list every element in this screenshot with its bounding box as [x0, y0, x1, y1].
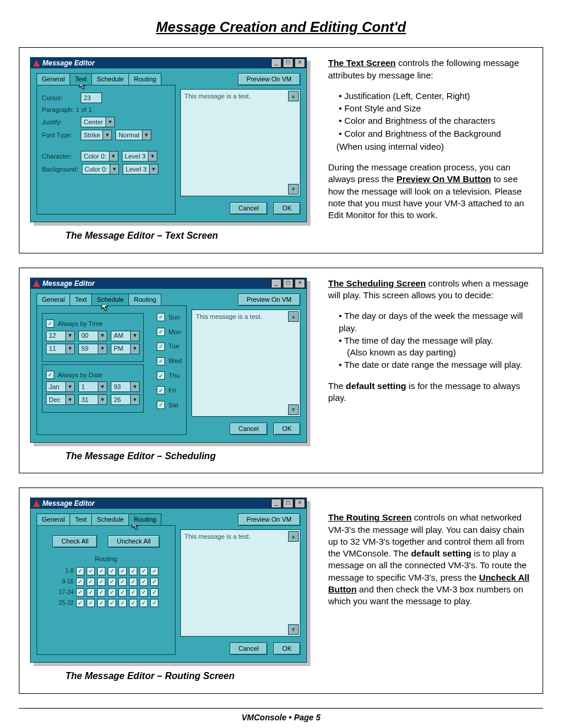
cancel-button[interactable]: Cancel [230, 202, 267, 215]
tab-routing[interactable]: Routing [128, 73, 161, 85]
tab-text[interactable]: Text [70, 294, 92, 305]
routing-checkbox[interactable] [140, 599, 148, 607]
time-to-hour[interactable]: 11▼ [46, 344, 75, 354]
justify-combo[interactable]: Center▼ [81, 117, 115, 127]
routing-checkbox[interactable] [76, 578, 84, 586]
date-from-day[interactable]: 1▼ [78, 381, 107, 392]
tab-routing[interactable]: Routing [128, 513, 161, 525]
day-checkbox[interactable] [157, 401, 165, 409]
bg-level-combo[interactable]: Level 3▼ [123, 164, 158, 174]
routing-checkbox[interactable] [97, 588, 105, 597]
routing-checkbox[interactable] [108, 578, 116, 586]
scroll-down-icon[interactable]: ▼ [288, 624, 299, 635]
minimize-icon[interactable]: _ [271, 499, 282, 508]
routing-checkbox[interactable] [150, 588, 158, 597]
always-date-checkbox[interactable] [46, 371, 54, 379]
day-checkbox[interactable] [157, 342, 165, 351]
ok-button[interactable]: OK [273, 643, 300, 655]
day-checkbox[interactable] [157, 313, 165, 321]
routing-checkbox[interactable] [150, 578, 158, 586]
date-to-day[interactable]: 31▼ [78, 394, 107, 405]
ok-button[interactable]: OK [273, 423, 300, 435]
maximize-icon[interactable]: □ [283, 58, 293, 68]
message-preview-box[interactable]: This message is a test. ▲ ▼ [180, 529, 300, 637]
tab-schedule[interactable]: Schedule [91, 73, 129, 85]
cancel-button[interactable]: Cancel [230, 643, 267, 655]
tab-general[interactable]: General [37, 73, 70, 85]
day-checkbox[interactable] [157, 371, 165, 380]
day-checkbox[interactable] [157, 386, 165, 394]
time-to-ampm[interactable]: PM▼ [111, 344, 140, 354]
always-time-checkbox[interactable] [46, 319, 54, 328]
routing-checkbox[interactable] [108, 588, 116, 597]
routing-checkbox[interactable] [129, 599, 137, 607]
routing-checkbox[interactable] [87, 588, 95, 597]
chevron-down-icon[interactable]: ▼ [148, 151, 157, 161]
date-to-month[interactable]: Dec▼ [46, 394, 75, 405]
routing-checkbox[interactable] [118, 578, 127, 586]
message-preview-box[interactable]: This message is a test. ▲ ▼ [191, 309, 300, 417]
bg-color-combo[interactable]: Color 0:▼ [82, 164, 120, 174]
routing-checkbox[interactable] [140, 588, 148, 597]
day-checkbox[interactable] [157, 328, 165, 336]
routing-checkbox[interactable] [108, 567, 116, 575]
routing-checkbox[interactable] [76, 599, 84, 607]
minimize-icon[interactable]: _ [271, 58, 282, 68]
scroll-up-icon[interactable]: ▲ [288, 311, 299, 322]
routing-checkbox[interactable] [118, 567, 127, 575]
routing-checkbox[interactable] [76, 588, 84, 597]
chevron-down-icon[interactable]: ▼ [142, 130, 151, 140]
routing-checkbox[interactable] [108, 599, 116, 607]
date-from-month[interactable]: Jan▼ [46, 381, 75, 392]
uncheck-all-button[interactable]: Uncheck All [108, 535, 159, 548]
date-from-year[interactable]: 93▼ [111, 381, 140, 392]
tab-general[interactable]: General [37, 513, 70, 525]
tab-text[interactable]: Text [70, 513, 92, 525]
preview-button[interactable]: Preview On VM [238, 294, 300, 306]
routing-checkbox[interactable] [129, 567, 137, 575]
preview-button[interactable]: Preview On VM [238, 513, 300, 526]
routing-checkbox[interactable] [97, 599, 105, 607]
cancel-button[interactable]: Cancel [230, 423, 267, 435]
close-icon[interactable]: × [295, 58, 305, 68]
time-to-min[interactable]: 59▼ [78, 344, 107, 354]
tab-schedule[interactable]: Schedule [91, 513, 129, 525]
routing-checkbox[interactable] [76, 567, 84, 575]
day-checkbox[interactable] [157, 357, 165, 365]
font-type-combo[interactable]: Strike▼ [81, 130, 112, 140]
scroll-down-icon[interactable]: ▼ [288, 184, 299, 195]
time-from-hour[interactable]: 12▼ [46, 331, 75, 341]
minimize-icon[interactable]: _ [271, 279, 282, 288]
chevron-down-icon[interactable]: ▼ [109, 151, 118, 161]
routing-checkbox[interactable] [87, 599, 95, 607]
date-to-year[interactable]: 26▼ [111, 394, 140, 405]
chevron-down-icon[interactable]: ▼ [103, 130, 111, 140]
preview-button[interactable]: Preview On VM [238, 73, 300, 85]
scroll-up-icon[interactable]: ▲ [288, 531, 299, 542]
char-color-combo[interactable]: Color 0:▼ [81, 151, 118, 162]
routing-checkbox[interactable] [97, 567, 105, 575]
maximize-icon[interactable]: □ [283, 279, 293, 288]
routing-checkbox[interactable] [150, 567, 158, 575]
time-from-ampm[interactable]: AM▼ [111, 331, 140, 341]
tab-text[interactable]: Text [70, 73, 92, 85]
close-icon[interactable]: × [295, 499, 305, 508]
routing-checkbox[interactable] [140, 567, 148, 575]
routing-checkbox[interactable] [118, 588, 127, 597]
chevron-down-icon[interactable]: ▼ [110, 164, 118, 174]
char-level-combo[interactable]: Level 3▼ [122, 151, 157, 162]
cursor-value[interactable]: 23 [81, 93, 102, 103]
routing-checkbox[interactable] [97, 578, 105, 586]
routing-checkbox[interactable] [87, 567, 95, 575]
maximize-icon[interactable]: □ [283, 499, 293, 508]
time-from-min[interactable]: 00▼ [78, 331, 107, 341]
tab-schedule[interactable]: Schedule [91, 294, 129, 305]
routing-checkbox[interactable] [129, 578, 137, 586]
message-preview-box[interactable]: This message is a test. ▲ ▼ [180, 89, 300, 196]
routing-checkbox[interactable] [150, 599, 158, 607]
close-icon[interactable]: × [295, 279, 305, 288]
routing-checkbox[interactable] [129, 588, 137, 597]
ok-button[interactable]: OK [273, 202, 300, 215]
tab-general[interactable]: General [37, 294, 70, 305]
routing-checkbox[interactable] [118, 599, 127, 607]
